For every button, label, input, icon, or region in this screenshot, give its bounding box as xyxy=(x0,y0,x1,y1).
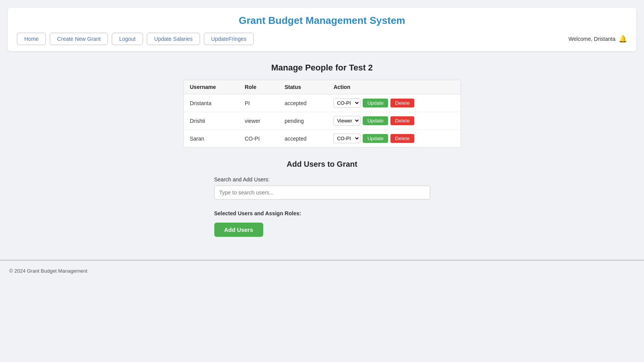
app-title: Grant Budget Management System xyxy=(17,15,627,27)
footer-bar: © 2024 Grant Budget Management xyxy=(0,260,644,282)
add-users-section: Add Users to Grant Search and Add Users:… xyxy=(214,160,430,237)
update-btn-0[interactable]: Update xyxy=(363,99,388,107)
footer-text: © 2024 Grant Budget Management xyxy=(9,268,87,274)
welcome-area: Welcome, Dristanta 🔔 xyxy=(568,35,627,43)
cell-action: CO-PIPIViewerUpdateDelete xyxy=(327,130,460,147)
search-input[interactable] xyxy=(214,186,430,199)
cell-action: CO-PIPIViewerUpdateDelete xyxy=(327,94,460,112)
cell-username: Dristanta xyxy=(184,94,239,112)
delete-btn-0[interactable]: Delete xyxy=(390,99,414,107)
role-select-2[interactable]: CO-PIPIViewer xyxy=(333,134,360,143)
update-fringes-btn[interactable]: UpdateFringes xyxy=(204,33,254,45)
role-select-1[interactable]: CO-PIPIViewer xyxy=(333,116,360,126)
cell-action: CO-PIPIViewerUpdateDelete xyxy=(327,112,460,130)
update-salaries-btn[interactable]: Update Salaries xyxy=(147,33,200,45)
search-label: Search and Add Users: xyxy=(214,176,430,183)
create-new-grant-btn[interactable]: Create New Grant xyxy=(50,33,108,45)
header-card: Grant Budget Management System Home Crea… xyxy=(8,8,636,51)
delete-btn-1[interactable]: Delete xyxy=(390,116,414,125)
main-content: Manage People for Test 2 Username Role S… xyxy=(0,59,644,245)
table-row: DristantaPIacceptedCO-PIPIViewerUpdateDe… xyxy=(184,94,461,112)
cell-role: PI xyxy=(239,94,279,112)
table-header-row: Username Role Status Action xyxy=(184,80,461,94)
delete-btn-2[interactable]: Delete xyxy=(390,134,414,143)
footer: © 2024 Grant Budget Management xyxy=(0,260,644,282)
action-cell: CO-PIPIViewerUpdateDelete xyxy=(333,134,454,143)
role-select-0[interactable]: CO-PIPIViewer xyxy=(333,98,360,108)
col-username: Username xyxy=(184,80,239,94)
cell-status: pending xyxy=(279,112,328,130)
action-cell: CO-PIPIViewerUpdateDelete xyxy=(333,116,454,126)
people-table-container: Username Role Status Action DristantaPIa… xyxy=(183,80,461,147)
selected-users-label: Selected Users and Assign Roles: xyxy=(214,210,430,216)
add-users-title: Add Users to Grant xyxy=(214,160,430,169)
manage-people-title: Manage People for Test 2 xyxy=(8,63,636,73)
welcome-text: Welcome, Dristanta xyxy=(568,36,615,42)
cell-status: accepted xyxy=(279,130,328,147)
nav-bar: Home Create New Grant Logout Update Sala… xyxy=(17,33,627,45)
bell-icon: 🔔 xyxy=(619,35,627,43)
cell-role: viewer xyxy=(239,112,279,130)
col-status: Status xyxy=(279,80,328,94)
col-role: Role xyxy=(239,80,279,94)
cell-status: accepted xyxy=(279,94,328,112)
add-users-button[interactable]: Add Users xyxy=(214,223,263,237)
people-table: Username Role Status Action DristantaPIa… xyxy=(184,80,461,147)
update-btn-1[interactable]: Update xyxy=(363,116,388,125)
logout-btn[interactable]: Logout xyxy=(112,33,143,45)
home-nav-btn[interactable]: Home xyxy=(17,33,46,45)
cell-username: Drishti xyxy=(184,112,239,130)
cell-role: CO-PI xyxy=(239,130,279,147)
table-row: SaranCO-PIacceptedCO-PIPIViewerUpdateDel… xyxy=(184,130,461,147)
cell-username: Saran xyxy=(184,130,239,147)
update-btn-2[interactable]: Update xyxy=(363,134,388,143)
col-action: Action xyxy=(327,80,460,94)
action-cell: CO-PIPIViewerUpdateDelete xyxy=(333,98,454,108)
table-row: DrishtiviewerpendingCO-PIPIViewerUpdateD… xyxy=(184,112,461,130)
